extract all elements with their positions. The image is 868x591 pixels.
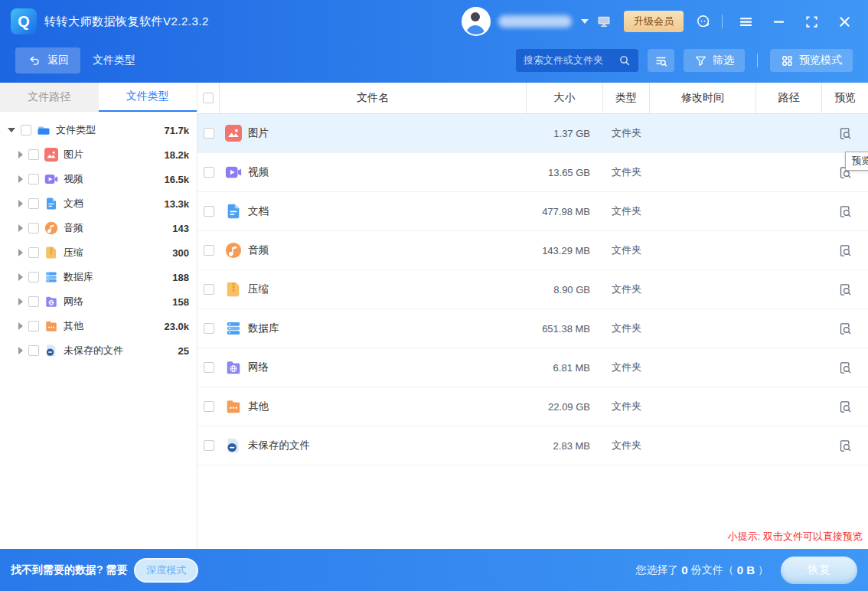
document-icon bbox=[44, 197, 58, 211]
expand-arrow-icon[interactable] bbox=[18, 298, 23, 305]
tree-checkbox[interactable] bbox=[28, 223, 39, 233]
expand-arrow-icon[interactable] bbox=[18, 322, 23, 330]
tree-checkbox[interactable] bbox=[28, 272, 39, 282]
select-all-checkbox[interactable] bbox=[203, 93, 214, 103]
table-row[interactable]: 文档477.98 MB文件夹 bbox=[197, 192, 868, 231]
expand-arrow-icon[interactable] bbox=[18, 224, 23, 232]
tree-item[interactable]: 视频16.5k bbox=[0, 167, 197, 191]
tree-checkbox[interactable] bbox=[28, 321, 39, 331]
table-row[interactable]: 其他22.09 GB文件夹 bbox=[197, 387, 868, 426]
row-type: 文件夹 bbox=[603, 126, 650, 140]
recover-button[interactable]: 恢复 bbox=[781, 557, 857, 584]
table-row[interactable]: 未保存的文件2.83 MB文件夹 bbox=[197, 426, 868, 465]
row-checkbox[interactable] bbox=[204, 245, 214, 256]
preview-icon[interactable] bbox=[838, 243, 853, 258]
preview-icon[interactable] bbox=[838, 282, 853, 297]
tree-item-label: 压缩 bbox=[64, 246, 172, 260]
tab-file-path[interactable]: 文件路径 bbox=[0, 83, 99, 112]
row-checkbox[interactable] bbox=[204, 206, 214, 217]
header-type[interactable]: 类型 bbox=[603, 83, 650, 113]
table-row[interactable]: 数据库651.38 MB文件夹 bbox=[197, 309, 868, 348]
header-filename[interactable]: 文件名 bbox=[220, 83, 527, 113]
close-icon[interactable] bbox=[837, 15, 852, 29]
row-checkbox[interactable] bbox=[204, 167, 214, 178]
deep-mode-button[interactable]: 深度模式 bbox=[134, 558, 198, 583]
selection-prefix: 您选择了 bbox=[635, 563, 678, 577]
unsaved-icon bbox=[44, 344, 58, 358]
user-avatar[interactable] bbox=[462, 7, 491, 36]
row-name-cell: 音频 bbox=[220, 242, 527, 259]
row-checkbox[interactable] bbox=[204, 440, 214, 451]
tree-checkbox[interactable] bbox=[28, 174, 39, 184]
table-row[interactable]: 音频143.29 MB文件夹 bbox=[197, 231, 868, 270]
expand-arrow-icon[interactable] bbox=[18, 347, 23, 354]
tree-item-label: 视频 bbox=[64, 172, 164, 186]
preview-icon[interactable] bbox=[838, 361, 853, 375]
tree-checkbox[interactable] bbox=[28, 247, 39, 258]
row-type: 文件夹 bbox=[603, 204, 650, 218]
customer-service-icon[interactable] bbox=[696, 14, 711, 29]
tree-item[interactable]: 文档13.3k bbox=[0, 191, 197, 216]
table-row[interactable]: 压缩8.90 GB文件夹 bbox=[197, 270, 868, 309]
header-path[interactable]: 路径 bbox=[756, 83, 822, 113]
tree-checkbox[interactable] bbox=[28, 345, 39, 356]
tree-checkbox[interactable] bbox=[28, 198, 39, 209]
expand-arrow-icon[interactable] bbox=[18, 200, 23, 207]
tree-checkbox[interactable] bbox=[28, 296, 39, 307]
expand-arrow-icon[interactable] bbox=[18, 175, 23, 183]
row-preview-cell bbox=[822, 400, 868, 414]
chevron-down-icon[interactable] bbox=[581, 19, 589, 24]
back-button[interactable]: 返回 bbox=[15, 47, 80, 73]
table-row[interactable]: 视频13.65 GB文件夹 bbox=[197, 153, 868, 192]
expand-arrow-icon[interactable] bbox=[18, 249, 23, 256]
search-input[interactable]: 搜索文件或文件夹 bbox=[516, 49, 638, 72]
expand-arrow-icon[interactable] bbox=[18, 273, 23, 281]
preview-icon[interactable] bbox=[838, 204, 853, 219]
username-masked[interactable] bbox=[498, 15, 572, 28]
table-row[interactable]: 图片1.37 GB文件夹 bbox=[197, 114, 868, 153]
tree-item-count: 23.0k bbox=[164, 321, 189, 332]
filter-button[interactable]: 筛选 bbox=[684, 49, 745, 72]
network-icon bbox=[225, 359, 242, 376]
row-checkbox[interactable] bbox=[204, 284, 214, 295]
tree-item[interactable]: 文件类型71.7k bbox=[0, 118, 197, 142]
row-checkbox[interactable] bbox=[204, 323, 214, 334]
table-row[interactable]: 网络6.81 MB文件夹 bbox=[197, 348, 868, 387]
monitor-icon[interactable] bbox=[596, 14, 612, 29]
preview-icon[interactable] bbox=[838, 322, 853, 336]
upgrade-member-button[interactable]: 升级会员 bbox=[624, 11, 684, 32]
row-checkbox[interactable] bbox=[204, 128, 214, 139]
tree-item[interactable]: 数据库188 bbox=[0, 265, 197, 289]
tree-item-count: 18.2k bbox=[164, 149, 189, 161]
header-size[interactable]: 大小 bbox=[527, 83, 603, 113]
preview-icon[interactable] bbox=[838, 439, 853, 453]
row-name-cell: 未保存的文件 bbox=[220, 437, 527, 454]
row-checkbox[interactable] bbox=[204, 362, 214, 373]
tree-item[interactable]: 未保存的文件25 bbox=[0, 338, 197, 363]
tree-checkbox[interactable] bbox=[28, 149, 39, 160]
row-name: 文档 bbox=[248, 204, 269, 218]
row-checkbox[interactable] bbox=[204, 401, 214, 412]
header-mtime[interactable]: 修改时间 bbox=[650, 83, 756, 113]
preview-icon[interactable] bbox=[838, 400, 853, 414]
preview-icon[interactable] bbox=[838, 126, 853, 141]
preview-mode-button[interactable]: 预览模式 bbox=[770, 49, 853, 72]
tree-item[interactable]: 音频143 bbox=[0, 216, 197, 240]
menu-icon[interactable] bbox=[739, 15, 753, 29]
tree-item[interactable]: 图片18.2k bbox=[0, 142, 197, 167]
selection-size: 0 B bbox=[737, 563, 755, 576]
expand-arrow-icon[interactable] bbox=[18, 151, 23, 158]
grid-view-icon bbox=[781, 54, 794, 67]
minimize-icon[interactable] bbox=[772, 15, 786, 29]
tree-item[interactable]: 其他23.0k bbox=[0, 314, 197, 338]
tree-item[interactable]: 网络158 bbox=[0, 289, 197, 314]
tab-file-type[interactable]: 文件类型 bbox=[99, 83, 197, 112]
collapse-arrow-icon[interactable] bbox=[8, 128, 15, 132]
tree-checkbox[interactable] bbox=[21, 125, 31, 136]
app-title: 转转大师数据恢复软件V2.2.3.2 bbox=[44, 15, 209, 29]
row-name-cell: 网络 bbox=[220, 359, 527, 376]
advanced-search-button[interactable] bbox=[648, 49, 674, 72]
tree-item[interactable]: 压缩300 bbox=[0, 240, 197, 265]
header-preview[interactable]: 预览 bbox=[822, 83, 868, 113]
maximize-icon[interactable] bbox=[804, 15, 819, 29]
